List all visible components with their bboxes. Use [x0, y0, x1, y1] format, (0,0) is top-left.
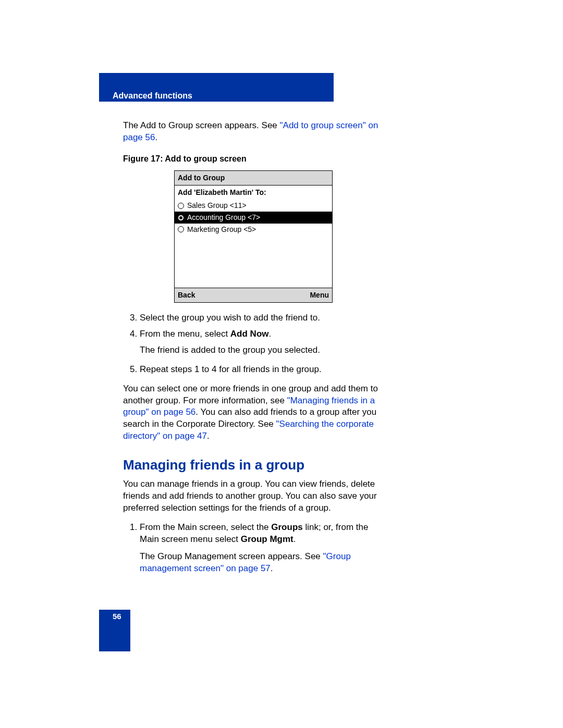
- step-5: Repeat steps 1 to 4 for all friends in t…: [140, 364, 384, 376]
- figure-caption: Figure 17: Add to group screen: [123, 153, 384, 165]
- step-pre: From the menu, select: [140, 329, 230, 339]
- sb1-b2: Group Mgmt: [241, 534, 293, 544]
- softkey-menu[interactable]: Menu: [310, 290, 329, 300]
- paragraph-2: You can select one or more friends in on…: [123, 383, 384, 443]
- header-section-label: Advanced functions: [113, 91, 192, 101]
- sb1-b1: Groups: [271, 522, 302, 532]
- sb1-pre: From the Main screen, select the: [140, 522, 271, 532]
- page-number: 56: [113, 612, 121, 621]
- intro-text: The Add to Group screen appears. See: [123, 120, 280, 130]
- main-content: The Add to Group screen appears. See "Ad…: [123, 116, 384, 582]
- phone-screen: Add to Group Add 'Elizabeth Martin' To: …: [174, 170, 333, 302]
- step-4-note: The friend is added to the group you sel…: [140, 344, 384, 356]
- step-text: Select the group you wish to add the fri…: [140, 313, 320, 323]
- step-b1: From the Main screen, select the Groups …: [140, 522, 384, 575]
- steps-list-b: From the Main screen, select the Groups …: [123, 522, 384, 575]
- step-4: From the menu, select Add Now. The frien…: [140, 328, 384, 356]
- sbn-pre: The Group Management screen appears. See: [140, 551, 323, 561]
- phone-footer: Back Menu: [175, 288, 332, 302]
- phone-subtitle: Add 'Elizabeth Martin' To:: [175, 186, 332, 200]
- option-label: Accounting Group <7>: [187, 213, 260, 223]
- step-post: .: [269, 329, 272, 339]
- option-label: Sales Group <11>: [187, 201, 247, 211]
- steps-list-a: Select the group you wish to add the fri…: [123, 312, 384, 376]
- sb1-post: .: [293, 534, 296, 544]
- softkey-back[interactable]: Back: [178, 290, 195, 300]
- p2-t3: .: [207, 431, 210, 441]
- phone-title: Add to Group: [175, 171, 332, 186]
- option-accounting-group[interactable]: Accounting Group <7>: [175, 212, 332, 224]
- radio-icon: [178, 226, 184, 232]
- section2-intro: You can manage friends in a group. You c…: [123, 478, 384, 514]
- option-marketing-group[interactable]: Marketing Group <5>: [175, 224, 332, 236]
- step-b1-note: The Group Management screen appears. See…: [140, 551, 384, 575]
- step-3: Select the group you wish to add the fri…: [140, 312, 384, 324]
- step-text: Repeat steps 1 to 4 for all friends in t…: [140, 364, 322, 374]
- option-sales-group[interactable]: Sales Group <11>: [175, 200, 332, 212]
- option-label: Marketing Group <5>: [187, 225, 256, 235]
- intro-paragraph: The Add to Group screen appears. See "Ad…: [123, 120, 384, 144]
- step-bold: Add Now: [230, 329, 269, 339]
- sbn-post: .: [271, 563, 273, 573]
- phone-empty-area: [175, 236, 332, 288]
- intro-after: .: [155, 132, 157, 142]
- radio-icon: [178, 203, 184, 209]
- section-heading: Managing friends in a group: [123, 456, 384, 474]
- radio-icon-selected: [178, 215, 184, 221]
